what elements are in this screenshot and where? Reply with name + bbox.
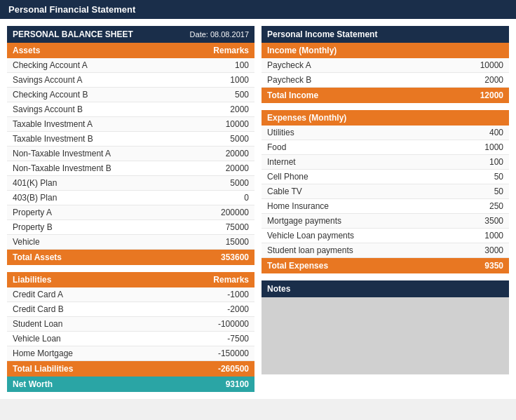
liabilities-list: Credit Card A-1000Credit Card B-2000Stud… [7,287,254,361]
liabilities-remarks-label: Remarks [213,275,249,285]
expense-label: Internet [267,157,296,167]
liability-row: Credit Card B-2000 [7,302,254,317]
asset-label: 401(K) Plan [13,178,57,188]
total-assets-value: 353600 [221,252,249,262]
expense-row: Food1000 [262,140,509,155]
total-liabilities-row: Total Liabilities -260500 [7,361,254,377]
total-liabilities-label: Total Liabilities [13,364,73,374]
asset-row: Checking Account A100 [7,58,254,73]
asset-label: Taxable Investment A [13,119,93,129]
liability-value: -2000 [207,304,249,314]
total-income-row: Total Income 12000 [262,88,509,103]
asset-value: 100 [207,60,249,70]
expense-label: Food [267,142,286,152]
page-header: Personal Financial Statement [0,0,516,19]
income-monthly-header: Income (Monthly) [262,43,509,58]
liability-row: Student Loan-100000 [7,317,254,332]
expense-label: Home Insurance [267,201,329,211]
net-worth-row: Net Worth 93100 [7,377,254,392]
assets-label: Assets [13,46,40,55]
expense-row: Cell Phone50 [262,170,509,184]
expense-label: Mortgage payments [267,216,341,226]
expense-row: Vehicle Loan payments1000 [262,229,509,243]
liability-value: -7500 [207,334,249,344]
income-value: 2000 [461,75,503,85]
expense-value: 1000 [461,142,503,152]
asset-label: Property A [13,208,52,217]
expense-label: Utilities [267,128,294,137]
total-expenses-value: 9350 [484,261,503,271]
liability-row: Home Mortgage-150000 [7,346,254,361]
liability-value: -150000 [207,348,249,358]
income-row: Paycheck B2000 [262,73,509,88]
asset-row: Checking Account B500 [7,88,254,102]
asset-label: Savings Account B [13,104,83,114]
income-row: Paycheck A10000 [262,58,509,73]
asset-value: 200000 [207,208,249,217]
asset-value: 20000 [207,149,249,158]
asset-row: Savings Account B2000 [7,102,254,117]
expense-label: Student loan payments [267,245,353,255]
balance-sheet-title: PERSONAL BALANCE SHEET [13,29,133,39]
income-monthly-label: Income (Monthly) [267,46,337,55]
liability-label: Student Loan [13,319,62,329]
expense-row: Home Insurance250 [262,199,509,214]
asset-label: 403(B) Plan [13,193,57,203]
total-assets-label: Total Assets [13,252,62,262]
expense-label: Cell Phone [267,172,308,182]
liability-value: -1000 [207,290,249,299]
liability-label: Credit Card B [13,304,64,314]
asset-value: 1000 [207,75,249,85]
expense-value: 50 [461,187,503,196]
asset-row: Non-Taxable Investment A20000 [7,147,254,161]
asset-row: 401(K) Plan5000 [7,176,254,191]
liability-label: Home Mortgage [13,348,73,358]
asset-row: Taxable Investment B5000 [7,132,254,147]
total-income-label: Total Income [267,90,318,100]
asset-label: Vehicle [13,237,40,247]
asset-label: Non-Taxable Investment B [13,163,111,173]
asset-label: Savings Account A [13,75,82,85]
expense-value: 3500 [461,216,503,226]
expense-row: Mortgage payments3500 [262,214,509,229]
income-statement-header: Personal Income Statement [262,26,509,43]
asset-value: 10000 [207,119,249,129]
expense-value: 1000 [461,231,503,241]
liabilities-label: Liabilities [13,275,51,285]
asset-row: Non-Taxable Investment B20000 [7,161,254,176]
expense-row: Student loan payments3000 [262,243,509,258]
main-content: PERSONAL BALANCE SHEET Date: 08.08.2017 … [0,19,516,399]
expense-value: 100 [461,157,503,167]
right-panel: Personal Income Statement Income (Monthl… [262,26,509,392]
asset-row: Taxable Investment A10000 [7,117,254,132]
asset-row: Savings Account A1000 [7,73,254,88]
expense-value: 250 [461,201,503,211]
total-expenses-label: Total Expenses [267,261,328,271]
asset-value: 15000 [207,237,249,247]
asset-row: Property B75000 [7,220,254,235]
liabilities-col-header: Liabilities Remarks [7,272,254,287]
expense-label: Cable TV [267,187,302,196]
expense-label: Vehicle Loan payments [267,231,354,241]
asset-value: 500 [207,90,249,100]
expense-row: Utilities400 [262,126,509,140]
notes-area[interactable] [262,297,509,374]
asset-row: Property A200000 [7,205,254,220]
left-panel: PERSONAL BALANCE SHEET Date: 08.08.2017 … [7,26,254,392]
liability-label: Credit Card A [13,290,63,299]
asset-row: 403(B) Plan0 [7,191,254,205]
asset-label: Taxable Investment B [13,134,93,144]
expense-list: Utilities400Food1000Internet100Cell Phon… [262,126,509,258]
liability-row: Credit Card A-1000 [7,287,254,302]
expenses-monthly-header: Expenses (Monthly) [262,110,509,126]
asset-value: 20000 [207,163,249,173]
balance-sheet-date: Date: 08.08.2017 [190,30,249,39]
liability-label: Vehicle Loan [13,334,61,344]
asset-value: 2000 [207,104,249,114]
expense-row: Cable TV50 [262,184,509,199]
total-expenses-row: Total Expenses 9350 [262,258,509,273]
income-list: Paycheck A10000Paycheck B2000 [262,58,509,88]
income-value: 10000 [461,60,503,70]
liability-row: Vehicle Loan-7500 [7,332,254,346]
income-label: Paycheck A [267,60,311,70]
